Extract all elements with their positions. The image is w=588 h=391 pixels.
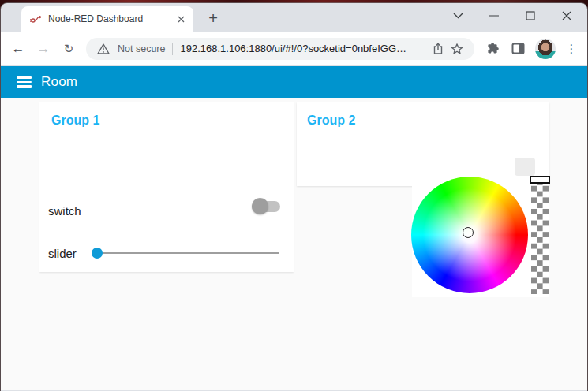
- reload-button[interactable]: ↻: [58, 38, 80, 60]
- hamburger-menu-icon[interactable]: [17, 76, 32, 88]
- forward-button: →: [32, 38, 54, 60]
- maximize-button[interactable]: [512, 3, 549, 28]
- group-1-title: Group 1: [51, 114, 99, 128]
- profile-avatar[interactable]: [535, 39, 556, 59]
- share-icon[interactable]: [429, 39, 448, 58]
- colour-picker-alpha-track[interactable]: [531, 180, 549, 294]
- not-secure-warning-icon[interactable]: [94, 39, 113, 58]
- tab-close-icon[interactable]: [174, 13, 187, 25]
- colour-picker-selector[interactable]: [463, 227, 474, 238]
- page-title: Room: [41, 74, 77, 90]
- switch-toggle-thumb[interactable]: [252, 198, 268, 214]
- security-label[interactable]: Not secure: [118, 43, 165, 54]
- url-text[interactable]: 192.168.1.106:1880/ui/#!/0?socketid=0nbf…: [180, 43, 429, 54]
- group-2-card: Group 2: [297, 102, 549, 186]
- window-controls: [440, 3, 585, 30]
- omnibox-divider: [172, 43, 173, 55]
- slider-track[interactable]: [97, 252, 279, 254]
- side-panel-icon[interactable]: [511, 43, 525, 54]
- slider-thumb[interactable]: [92, 248, 103, 259]
- close-window-button[interactable]: [549, 3, 585, 28]
- slider-label: slider: [48, 247, 77, 260]
- tab-search-chevron-icon[interactable]: [440, 3, 476, 28]
- group-2-title: Group 2: [307, 114, 355, 128]
- tab-title: Node-RED Dashboard: [48, 13, 168, 24]
- group-1-card: Group 1 switch slider: [39, 102, 294, 272]
- address-bar[interactable]: Not secure 192.168.1.106:1880/ui/#!/0?so…: [86, 38, 474, 60]
- dashboard-page: Group 1 switch slider Group 2: [1, 98, 587, 390]
- browser-toolbar: ← → ↻ Not secure 192.168.1.106:1880/ui/#…: [1, 32, 587, 66]
- switch-label: switch: [48, 204, 81, 218]
- colour-picker-swatch-button[interactable]: [515, 158, 535, 176]
- colour-picker-alpha-handle[interactable]: [530, 176, 550, 184]
- tab-strip: Node-RED Dashboard +: [1, 3, 587, 32]
- back-button[interactable]: ←: [7, 38, 29, 60]
- extensions-puzzle-icon[interactable]: [486, 42, 500, 55]
- browser-menu-dots-icon[interactable]: ⋮: [565, 42, 578, 56]
- dashboard-header: Room: [1, 66, 587, 98]
- node-red-favicon-icon: [29, 13, 42, 25]
- minimize-button[interactable]: [476, 3, 512, 28]
- new-tab-button[interactable]: +: [203, 8, 223, 28]
- browser-tab[interactable]: Node-RED Dashboard: [21, 6, 193, 32]
- bookmark-star-icon[interactable]: [448, 39, 466, 58]
- browser-window: Node-RED Dashboard + ← → ↻: [1, 3, 587, 391]
